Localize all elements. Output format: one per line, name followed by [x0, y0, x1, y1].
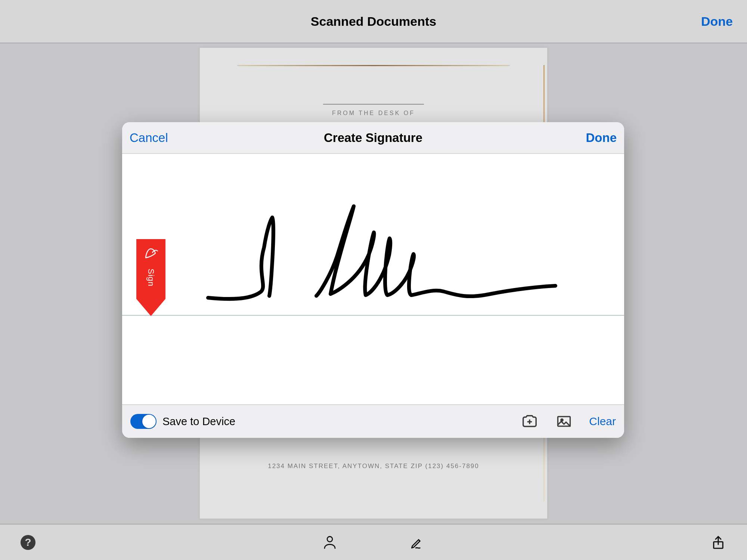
sign-bookmark-icon: Sign	[136, 239, 165, 316]
clear-button[interactable]: Clear	[589, 415, 616, 428]
page-title: Scanned Documents	[311, 14, 436, 29]
help-icon[interactable]: ?	[21, 535, 35, 550]
highlighter-icon[interactable]	[409, 534, 425, 551]
top-done-button[interactable]: Done	[701, 14, 733, 29]
bookmark-label: Sign	[146, 269, 156, 287]
from-label: FROM THE DESK OF	[200, 110, 547, 117]
image-icon[interactable]	[555, 412, 573, 431]
user-icon[interactable]	[322, 534, 338, 551]
letterhead-address: 1234 MAIN STREET, ANYTOWN, STATE ZIP (12…	[200, 462, 547, 470]
svg-point-3	[561, 419, 563, 421]
save-to-device-toggle[interactable]	[130, 414, 156, 429]
toggle-knob	[142, 415, 156, 428]
modal-title: Create Signature	[324, 131, 422, 145]
camera-add-icon[interactable]	[520, 412, 539, 431]
create-signature-modal: Cancel Create Signature Done Sign Save t…	[122, 122, 624, 438]
decorative-rule	[323, 104, 424, 105]
save-to-device-label: Save to Device	[162, 415, 235, 428]
svg-point-0	[327, 536, 332, 542]
signature-canvas[interactable]: Sign	[122, 154, 624, 404]
modal-header: Cancel Create Signature Done	[122, 122, 624, 154]
cancel-button[interactable]: Cancel	[130, 131, 168, 145]
modal-done-button[interactable]: Done	[586, 131, 617, 145]
signature-stroke	[204, 199, 563, 311]
share-icon[interactable]	[710, 534, 726, 551]
modal-footer: Save to Device Clear	[122, 404, 624, 438]
decorative-line	[237, 65, 510, 66]
topbar: Scanned Documents Done	[0, 0, 747, 43]
signature-baseline	[122, 315, 624, 316]
bottom-toolbar: ?	[0, 524, 747, 560]
